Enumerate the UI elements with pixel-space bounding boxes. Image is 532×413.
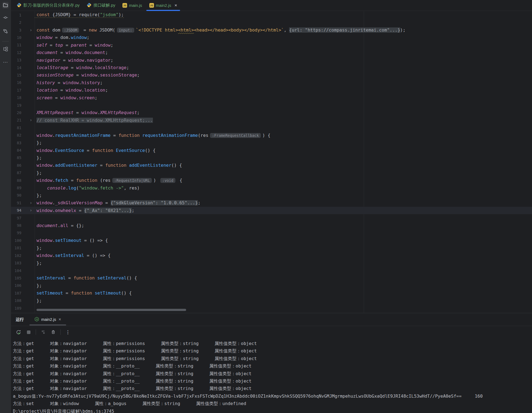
code-line-17[interactable]: 17location = window.location; bbox=[11, 86, 532, 94]
code-text: const {JSDOM} = require("jsdom"); bbox=[35, 12, 124, 18]
code-text: document.all = {}; bbox=[35, 223, 84, 228]
code-line-13[interactable]: 13navigator = window.navigator; bbox=[11, 56, 532, 64]
editor-tab-main.js[interactable]: JSmain.js bbox=[119, 0, 146, 11]
editor-tab-接口破解.py[interactable]: 接口破解.py bbox=[83, 0, 119, 11]
code-text: }; bbox=[35, 155, 42, 160]
run-tool-window: 运行 JS main2.js × ⋮ 方法：get 对象：navigator 属… bbox=[11, 313, 532, 413]
code-line-87[interactable]: 87}; bbox=[11, 169, 532, 177]
code-line-106[interactable]: 106}; bbox=[11, 282, 532, 289]
fold-arrow-icon[interactable]: › bbox=[21, 28, 35, 33]
run-tab-main2js[interactable]: JS main2.js × bbox=[28, 313, 67, 326]
fold-arrow-icon[interactable]: › bbox=[21, 208, 35, 213]
line-number: 89 bbox=[11, 186, 21, 190]
line-number: 12 bbox=[11, 50, 21, 55]
clear-console-button[interactable] bbox=[50, 329, 56, 335]
editor-tab-bar: 影刀-新版的拆分且分表保存.py接口破解.pyJSmain.jsJSmain2.… bbox=[11, 0, 532, 11]
line-number: 11 bbox=[11, 43, 21, 47]
stop-button[interactable] bbox=[26, 329, 32, 335]
line-number: 98 bbox=[11, 223, 21, 228]
code-line-98[interactable]: 98document.all = {}; bbox=[11, 222, 532, 229]
line-number: 16 bbox=[11, 80, 21, 85]
line-number: 100 bbox=[11, 238, 21, 243]
code-line-88[interactable]: 88window.fetch = function (res:RequestIn… bbox=[11, 177, 532, 184]
more-tools-icon[interactable]: ⋯ bbox=[2, 59, 9, 66]
code-line-104[interactable]: 104 bbox=[11, 267, 532, 274]
code-line-83[interactable]: 83}; bbox=[11, 139, 532, 146]
javascript-file-icon: JS bbox=[122, 3, 127, 8]
code-line-100[interactable]: 100window.setTimeout = () => { bbox=[11, 237, 532, 244]
editor-tab-main2.js[interactable]: JSmain2.js× bbox=[146, 0, 181, 11]
code-text: const dom:JSDOM = new JSDOM(input:`<!DOC… bbox=[35, 27, 405, 33]
code-line-102[interactable]: 102window.setInterval = () => { bbox=[11, 252, 532, 259]
more-options-icon[interactable]: ⋮ bbox=[65, 329, 71, 335]
code-text: setTimeout = function setTimeout() { bbox=[35, 290, 132, 296]
code-line-19[interactable]: 19 bbox=[11, 101, 532, 109]
tab-label: 影刀-新版的拆分且分表保存.py bbox=[23, 3, 80, 8]
activity-bar: ⋯ bbox=[0, 0, 11, 413]
code-line-18[interactable]: 18screen = window.screen; bbox=[11, 94, 532, 101]
code-line-15[interactable]: 15sessionStorage = window.sessionStorage… bbox=[11, 71, 532, 79]
line-number: 97 bbox=[11, 216, 21, 220]
code-line-90[interactable]: 90}; bbox=[11, 192, 532, 199]
editor-horizontal-scrollbar[interactable] bbox=[37, 309, 186, 311]
code-line-101[interactable]: 101}; bbox=[11, 244, 532, 252]
commit-icon[interactable] bbox=[2, 14, 9, 21]
code-line-94[interactable]: 94›window.onwheelx = {"_Ax": "0X21"...}; bbox=[11, 207, 532, 214]
code-editor[interactable]: 1const {JSDOM} = require("jsdom");23›con… bbox=[11, 11, 532, 313]
code-line-3[interactable]: 3›const dom:JSDOM = new JSDOM(input:`<!D… bbox=[11, 26, 532, 34]
code-line-99[interactable]: 99 bbox=[11, 229, 532, 237]
code-line-11[interactable]: 11self = top = parent = window; bbox=[11, 41, 532, 49]
code-line-107[interactable]: 107setTimeout = function setTimeout() { bbox=[11, 289, 532, 297]
code-line-81[interactable]: 81 bbox=[11, 124, 532, 131]
project-folder-icon[interactable] bbox=[2, 2, 9, 9]
code-line-20[interactable]: 20XMLHttpRequest = window.XMLHttpRequest… bbox=[11, 109, 532, 116]
console-line: 方法：get 对象：navigator 属性：pemrissions 属性类型：… bbox=[13, 355, 532, 362]
code-text: window.EventSource = function EventSourc… bbox=[35, 148, 156, 153]
code-text: window = dom.window; bbox=[35, 35, 89, 40]
scroll-to-end-button[interactable] bbox=[40, 329, 46, 335]
console-line: 方法：get 对象：navigator 属性：__proto__ 属性类型：st… bbox=[13, 370, 532, 377]
code-line-16[interactable]: 16history = window.history; bbox=[11, 79, 532, 86]
line-number: 13 bbox=[11, 58, 21, 62]
run-tab-close-icon[interactable]: × bbox=[58, 317, 61, 322]
code-text: sessionStorage = window.sessionStorage; bbox=[35, 72, 140, 78]
code-line-10[interactable]: 10window = dom.window; bbox=[11, 34, 532, 41]
code-text: // const RealXHR = window.XMLHttpRequest… bbox=[35, 118, 153, 123]
fold-arrow-icon[interactable]: › bbox=[21, 118, 35, 123]
run-panel-header: 运行 JS main2.js × bbox=[11, 313, 532, 326]
console-output: 方法：get 对象：navigator 属性：pemrissions 属性类型：… bbox=[11, 340, 532, 413]
code-text: screen = window.screen; bbox=[35, 95, 97, 100]
code-line-84[interactable]: 84window.EventSource = function EventSou… bbox=[11, 146, 532, 154]
version-control-icon[interactable] bbox=[2, 28, 9, 35]
line-number: 105 bbox=[11, 276, 21, 280]
tab-close-icon[interactable]: × bbox=[174, 3, 177, 8]
code-line-105[interactable]: 105setInterval = function setInterval() … bbox=[11, 274, 532, 282]
code-line-21[interactable]: 21›// const RealXHR = window.XMLHttpRequ… bbox=[11, 117, 532, 124]
code-line-91[interactable]: 91›window._sdkGlueVersionMap = {"sdkGlue… bbox=[11, 199, 532, 206]
code-line-85[interactable]: 85}; bbox=[11, 154, 532, 162]
code-text: window.onwheelx = {"_Ax": "0X21"...}; bbox=[35, 208, 134, 213]
code-line-97[interactable]: 97 bbox=[11, 214, 532, 222]
fold-arrow-icon[interactable]: › bbox=[21, 200, 35, 205]
code-line-82[interactable]: 82window.requestAnimationFrame = functio… bbox=[11, 132, 532, 139]
code-line-89[interactable]: 89 console.log("window.fetch ->", res) bbox=[11, 184, 532, 191]
line-number: 15 bbox=[11, 73, 21, 77]
code-line-103[interactable]: 103}; bbox=[11, 259, 532, 267]
rerun-button[interactable] bbox=[15, 329, 21, 335]
line-number: 17 bbox=[11, 88, 21, 92]
line-number: 85 bbox=[11, 155, 21, 160]
nodejs-icon: JS bbox=[34, 317, 39, 323]
code-line-1[interactable]: 1const {JSDOM} = require("jsdom"); bbox=[11, 11, 532, 19]
line-number: 84 bbox=[11, 148, 21, 152]
code-line-2[interactable]: 2 bbox=[11, 19, 532, 26]
code-line-14[interactable]: 14localStorage = window.localStorage; bbox=[11, 64, 532, 71]
code-text: }; bbox=[35, 170, 42, 176]
code-line-86[interactable]: 86window.addEventListener = function add… bbox=[11, 162, 532, 169]
editor-tab-影刀-新版的拆分且分表保存.py[interactable]: 影刀-新版的拆分且分表保存.py bbox=[13, 0, 83, 11]
code-text: document = window.document; bbox=[35, 50, 108, 55]
structure-icon[interactable] bbox=[2, 46, 9, 52]
code-line-108[interactable]: 108}; bbox=[11, 297, 532, 304]
console-line: 方法：get 对象：navigator 属性：__proto__ 属性类型：st… bbox=[13, 377, 532, 385]
code-line-12[interactable]: 12document = window.document; bbox=[11, 49, 532, 56]
line-number: 94 bbox=[11, 208, 21, 213]
